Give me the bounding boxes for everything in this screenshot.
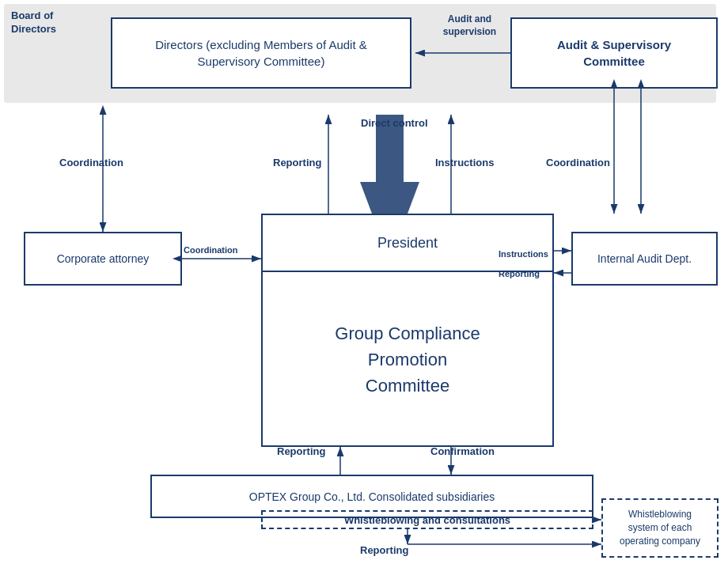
instructions-top-label: Instructions — [435, 157, 494, 168]
coordination-corp-label: Coordination — [184, 245, 237, 255]
corp-attorney-box: Corporate attorney — [24, 232, 182, 286]
diagram-container: Board of Directors Directors (excluding … — [0, 0, 728, 564]
audit-committee-box: Audit & Supervisory Committee — [510, 17, 718, 89]
instructions-internal-label: Instructions — [499, 249, 548, 259]
internal-audit-box: Internal Audit Dept. — [571, 232, 718, 286]
confirmation-label: Confirmation — [430, 445, 495, 457]
president-section: President — [263, 215, 552, 272]
coordination-left-label: Coordination — [59, 157, 123, 168]
coordination-right-label: Coordination — [546, 157, 610, 168]
direct-control-label: Direct control — [361, 117, 428, 129]
reporting-whistle-label: Reporting — [360, 544, 408, 556]
reporting-internal-label: Reporting — [499, 269, 540, 278]
audit-supervision-label: Audit and supervision — [432, 13, 507, 38]
whistleblowing-system-box: Whistleblowing system of each operating … — [601, 498, 719, 558]
whistleblowing-label-box: Whistleblowing and consultations — [261, 510, 593, 529]
reporting-bottom-label: Reporting — [277, 445, 325, 457]
reporting-left-label: Reporting — [273, 157, 321, 168]
board-label: Board of Directors — [11, 9, 56, 36]
svg-marker-7 — [360, 115, 419, 214]
directors-box: Directors (excluding Members of Audit & … — [111, 17, 411, 89]
committee-section: Group Compliance Promotion Committee — [263, 272, 552, 447]
